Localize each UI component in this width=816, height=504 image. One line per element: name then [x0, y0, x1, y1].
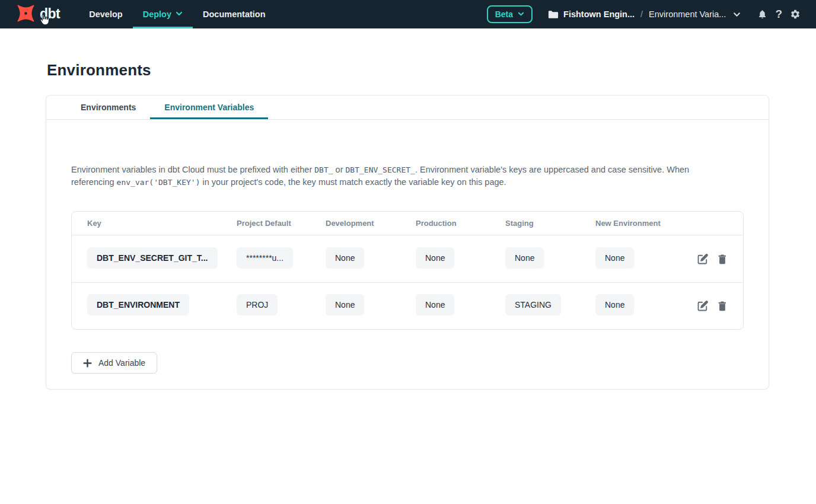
card-body: Environment variables in dbt Cloud must … [46, 120, 769, 389]
table-header-row: Key Project Default Development Producti… [72, 212, 743, 235]
trash-icon [717, 253, 728, 265]
development-chip: None [326, 247, 364, 269]
tab-environments[interactable]: Environments [66, 95, 150, 119]
help-button[interactable]: ? [775, 8, 782, 21]
nav-item-label: Deploy [143, 9, 171, 19]
staging-chip: STAGING [505, 294, 561, 315]
nav-item-develop[interactable]: Develop [79, 0, 132, 28]
chevron-down-icon [176, 9, 183, 19]
main-nav: Develop Deploy Documentation [79, 0, 275, 28]
production-chip: None [416, 294, 454, 315]
new-environment-chip: None [595, 294, 634, 315]
column-header-project-default: Project Default [237, 219, 326, 228]
chevron-down-icon [518, 9, 524, 19]
column-header-production: Production [416, 219, 505, 228]
pencil-square-icon [697, 253, 709, 265]
project-default-chip: ********u... [237, 247, 293, 269]
breadcrumb-project[interactable]: Fishtown Engin... [563, 9, 635, 19]
nav-item-label: Documentation [203, 9, 266, 19]
delete-variable-button[interactable] [717, 253, 728, 265]
nav-item-documentation[interactable]: Documentation [193, 0, 276, 28]
chevron-down-icon[interactable] [733, 11, 741, 18]
beta-dropdown[interactable]: Beta [487, 5, 533, 23]
row-actions [690, 300, 728, 312]
trash-icon [717, 300, 728, 312]
code-snippet: env_var('DBT_KEY') [117, 178, 200, 187]
question-mark-icon: ? [775, 8, 782, 21]
beta-label: Beta [495, 9, 513, 19]
breadcrumb-page[interactable]: Environment Varia... [649, 9, 726, 19]
add-variable-label: Add Variable [98, 358, 145, 368]
plus-icon [83, 359, 92, 368]
gear-icon [790, 9, 801, 20]
tab-environment-variables[interactable]: Environment Variables [150, 95, 268, 119]
page-title: Environments [47, 61, 816, 79]
environments-card: Environments Environment Variables Envir… [46, 95, 769, 390]
dbt-brand-text: dbt [40, 6, 60, 22]
tab-bar: Environments Environment Variables [46, 95, 769, 120]
dbt-logo[interactable]: dbt [0, 0, 66, 28]
project-default-chip: PROJ [237, 294, 278, 315]
variable-key-chip: DBT_ENVIRONMENT [87, 294, 189, 315]
description-text: Environment variables in dbt Cloud must … [71, 164, 691, 189]
breadcrumb[interactable]: Fishtown Engin... / Environment Varia... [548, 9, 741, 19]
new-environment-chip: None [595, 247, 634, 269]
edit-variable-button[interactable] [697, 300, 709, 312]
table-row: DBT_ENV_SECRET_GIT_T... ********u... Non… [72, 235, 743, 282]
column-header-key: Key [87, 219, 237, 228]
pencil-square-icon [697, 300, 709, 312]
add-variable-button[interactable]: Add Variable [71, 352, 157, 374]
top-nav: dbt Develop Deploy Documentation Beta [0, 0, 816, 28]
column-header-new-environment: New Environment [595, 219, 690, 228]
edit-variable-button[interactable] [697, 253, 709, 265]
variable-key-chip: DBT_ENV_SECRET_GIT_T... [87, 247, 218, 269]
description-segment: Environment variables in dbt Cloud must … [71, 165, 314, 174]
delete-variable-button[interactable] [717, 300, 728, 312]
folder-icon [548, 10, 559, 19]
nav-right: Beta Fishtown Engin... / Environment Var… [487, 0, 816, 28]
nav-item-label: Develop [89, 9, 122, 19]
column-header-staging: Staging [505, 219, 595, 228]
bell-icon [757, 9, 767, 20]
column-header-development: Development [326, 219, 416, 228]
description-segment: or [333, 165, 346, 174]
development-chip: None [326, 294, 364, 315]
staging-chip: None [505, 247, 544, 269]
code-snippet: DBT_ [314, 165, 333, 174]
description-segment: in your project's code, the key must mat… [200, 177, 506, 187]
notifications-button[interactable] [757, 9, 767, 20]
table-row: DBT_ENVIRONMENT PROJ None None STAGING N… [72, 282, 743, 329]
nav-item-deploy[interactable]: Deploy [133, 0, 193, 28]
breadcrumb-separator: / [640, 9, 643, 19]
variables-table: Key Project Default Development Producti… [71, 211, 744, 330]
row-actions [690, 253, 728, 265]
main-content: Environments Environments Environment Va… [0, 61, 816, 390]
production-chip: None [416, 247, 454, 269]
settings-button[interactable] [790, 9, 801, 20]
code-snippet: DBT_ENV_SECRET_ [346, 165, 415, 174]
dbt-logo-icon [15, 3, 36, 26]
